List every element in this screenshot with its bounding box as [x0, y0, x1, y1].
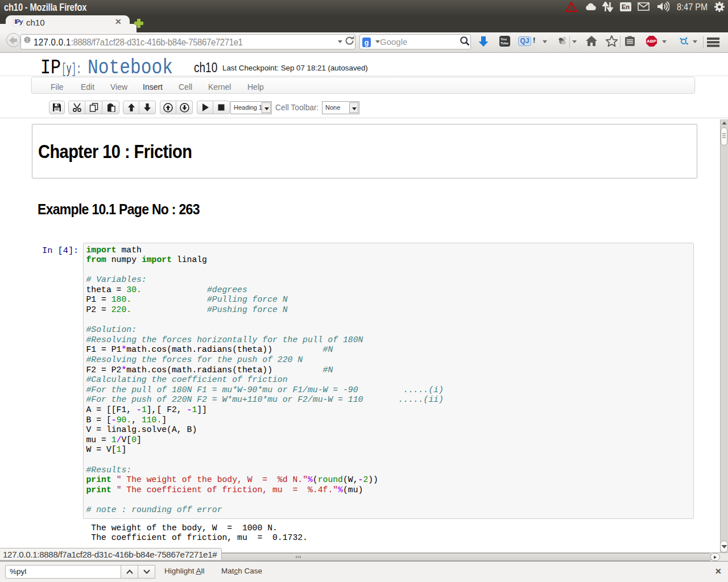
- svg-text:Notebook: Notebook: [88, 56, 173, 78]
- svg-text:[y]:: [y]:: [61, 61, 81, 78]
- svg-text:IP: IP: [40, 56, 61, 78]
